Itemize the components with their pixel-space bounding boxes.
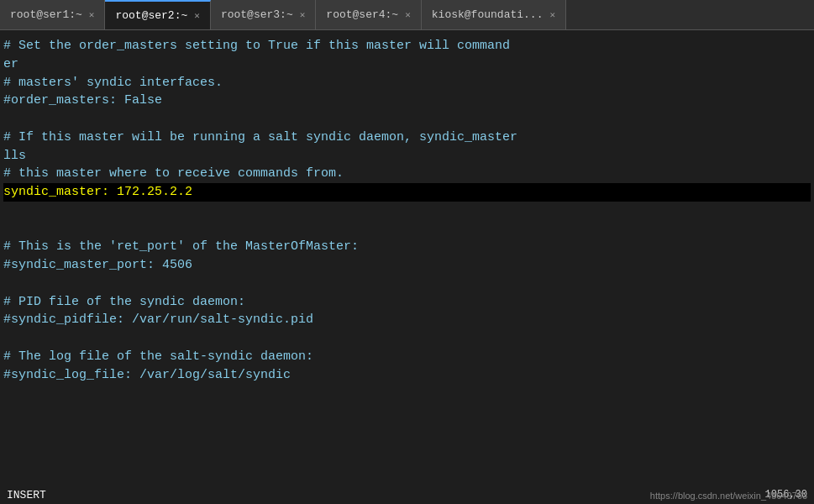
tab-ser4-label: root@ser4:~ — [326, 8, 398, 21]
tab-ser3[interactable]: root@ser3:~ ✕ — [211, 0, 316, 29]
tab-ser3-close[interactable]: ✕ — [300, 9, 306, 20]
tab-ser1[interactable]: root@ser1:~ ✕ — [0, 0, 105, 29]
active-terminal-line: syndic_master: 172.25.2.2 — [3, 183, 811, 202]
terminal-line: # The log file of the salt-syndic daemon… — [3, 349, 313, 364]
terminal: # Set the order_masters setting to True … — [0, 30, 814, 504]
terminal-line: # Set the order_masters setting to True … — [3, 39, 510, 53]
terminal-line: er — [3, 57, 18, 71]
terminal-line: # This is the 'ret_port' of the MasterOf… — [3, 239, 359, 254]
watermark: https://blog.csdn.net/weixin_45649763 — [650, 491, 807, 501]
terminal-line: #syndic_master_port: 4506 — [3, 258, 192, 272]
tab-ser2-label: root@ser2:~ — [115, 9, 187, 22]
tab-ser2[interactable]: root@ser2:~ ✕ — [105, 0, 210, 29]
tab-bar: root@ser1:~ ✕ root@ser2:~ ✕ root@ser3:~ … — [0, 0, 814, 30]
terminal-line: # masters' syndic interfaces. — [3, 76, 223, 90]
tab-ser4-close[interactable]: ✕ — [405, 9, 411, 20]
terminal-line: # PID file of the syndic daemon: — [3, 295, 245, 309]
tab-ser2-close[interactable]: ✕ — [194, 10, 200, 21]
tab-kiosk[interactable]: kiosk@foundati... ✕ — [422, 0, 566, 29]
terminal-line: # this master where to receive commands … — [3, 166, 344, 181]
tab-ser3-label: root@ser3:~ — [221, 8, 293, 21]
tab-ser4[interactable]: root@ser4:~ ✕ — [316, 0, 421, 29]
terminal-line: # If this master will be running a salt … — [3, 130, 517, 144]
vim-mode: INSERT — [7, 489, 46, 501]
tab-kiosk-label: kiosk@foundati... — [432, 8, 544, 21]
terminal-line: lls — [3, 149, 26, 163]
tab-ser1-label: root@ser1:~ — [10, 8, 82, 21]
terminal-content: # Set the order_masters setting to True … — [3, 37, 811, 384]
terminal-line: #syndic_pidfile: /var/run/salt-syndic.pi… — [3, 312, 313, 327]
terminal-line: #syndic_log_file: /var/log/salt/syndic — [3, 368, 291, 382]
terminal-line: #order_masters: False — [3, 93, 162, 108]
tab-kiosk-close[interactable]: ✕ — [549, 9, 555, 20]
tab-ser1-close[interactable]: ✕ — [89, 9, 95, 20]
